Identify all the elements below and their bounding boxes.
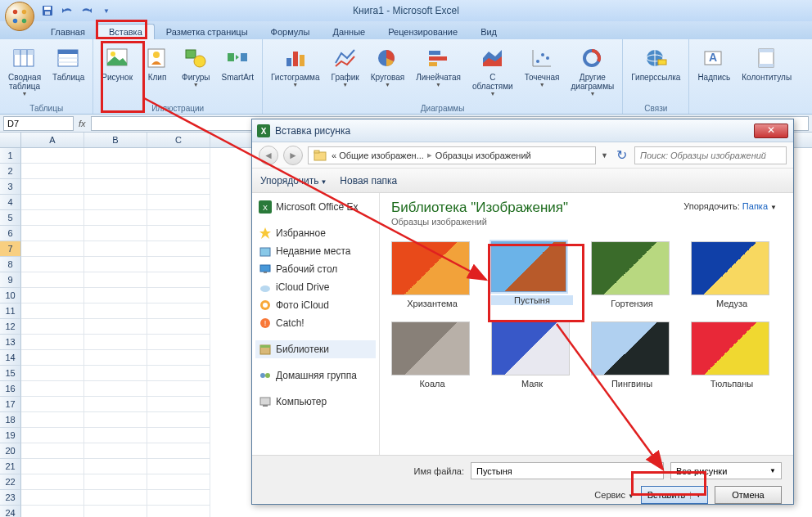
cell[interactable] <box>147 179 210 195</box>
wordart-button[interactable]: W <box>798 42 812 111</box>
cell[interactable] <box>147 257 210 272</box>
row-header[interactable]: 13 <box>0 335 21 350</box>
cell[interactable] <box>21 241 84 257</box>
cell[interactable] <box>21 474 84 490</box>
select-all-corner[interactable] <box>0 133 21 147</box>
cell[interactable] <box>21 195 84 210</box>
tree-item[interactable]: Компьютер <box>255 393 376 411</box>
column-header[interactable]: A <box>21 133 84 147</box>
row-header[interactable]: 5 <box>0 210 21 226</box>
row-header[interactable]: 4 <box>0 195 21 210</box>
cell[interactable] <box>84 257 147 272</box>
file-thumb[interactable]: Медуза <box>691 241 773 308</box>
cell[interactable] <box>147 350 210 366</box>
cell[interactable] <box>147 474 210 490</box>
column-chart-button[interactable]: Гистограмма▼ <box>266 42 325 102</box>
row-header[interactable]: 1 <box>0 148 21 164</box>
cell[interactable] <box>21 412 84 428</box>
breadcrumb[interactable]: « Общие изображен... ▸ Образцы изображен… <box>308 146 596 164</box>
cell[interactable] <box>147 195 210 210</box>
tree-item[interactable]: Рабочий стол <box>255 260 376 278</box>
sort-control[interactable]: Упорядочить: Папка ▼ <box>683 201 777 211</box>
cell[interactable] <box>84 381 147 397</box>
tree-item[interactable]: Избранное <box>255 224 376 242</box>
picture-button[interactable]: Рисунок <box>97 42 138 102</box>
cell[interactable] <box>84 241 147 257</box>
cell[interactable] <box>84 272 147 288</box>
search-input[interactable] <box>634 146 787 164</box>
cell[interactable] <box>21 335 84 350</box>
shapes-button[interactable]: Фигуры▼ <box>177 42 214 102</box>
textbox-button[interactable]: AНадпись <box>692 42 735 111</box>
cell[interactable] <box>84 148 147 164</box>
office-button[interactable] <box>5 2 34 31</box>
row-header[interactable]: 9 <box>0 272 21 288</box>
row-header[interactable]: 19 <box>0 428 21 443</box>
redo-icon[interactable] <box>79 2 95 19</box>
fx-icon[interactable]: fx <box>79 119 86 128</box>
cell[interactable] <box>84 226 147 241</box>
save-icon[interactable] <box>39 2 56 19</box>
cell[interactable] <box>21 179 84 195</box>
cell[interactable] <box>84 474 147 490</box>
cell[interactable] <box>147 335 210 350</box>
file-thumb[interactable]: Коала <box>391 321 473 389</box>
cell[interactable] <box>21 288 84 303</box>
cell[interactable] <box>21 148 84 164</box>
tree-item[interactable]: iCloud Drive <box>255 278 376 296</box>
row-header[interactable]: 2 <box>0 164 21 179</box>
cell[interactable] <box>84 319 147 335</box>
cell[interactable] <box>84 164 147 179</box>
tools-button[interactable]: Сервис ▼ <box>594 490 634 500</box>
tab-data[interactable]: Данные <box>321 25 377 39</box>
cell[interactable] <box>147 412 210 428</box>
hyperlink-button[interactable]: Гиперссылка <box>626 42 685 102</box>
cell[interactable] <box>84 288 147 303</box>
file-thumb[interactable]: Гортензия <box>591 241 673 308</box>
row-header[interactable]: 21 <box>0 459 21 474</box>
cell[interactable] <box>147 459 210 474</box>
tab-view[interactable]: Вид <box>469 25 508 39</box>
cell[interactable] <box>147 272 210 288</box>
cell[interactable] <box>21 350 84 366</box>
other-charts-button[interactable]: Другие диаграммы▼ <box>566 42 620 102</box>
tree-item[interactable]: Фото iCloud <box>255 296 376 314</box>
smartart-button[interactable]: SmartArt <box>217 42 259 102</box>
file-thumb[interactable]: Пустыня <box>491 241 573 308</box>
tab-formulas[interactable]: Формулы <box>259 25 322 39</box>
file-thumb[interactable]: Хризантема <box>391 241 473 308</box>
cell[interactable] <box>147 506 210 517</box>
cell[interactable] <box>21 506 84 517</box>
cell[interactable] <box>84 459 147 474</box>
cell[interactable] <box>84 335 147 350</box>
organize-button[interactable]: Упорядочить▼ <box>260 175 327 187</box>
new-folder-button[interactable]: Новая папка <box>340 175 397 187</box>
file-thumb[interactable]: Пингвины <box>591 321 673 389</box>
qat-dropdown-icon[interactable]: ▼ <box>98 2 115 19</box>
cell[interactable] <box>21 428 84 443</box>
file-thumb[interactable]: Тюльпаны <box>691 321 773 389</box>
area-chart-button[interactable]: С областями▼ <box>467 42 518 102</box>
cell[interactable] <box>147 443 210 459</box>
cell[interactable] <box>147 148 210 164</box>
line-chart-button[interactable]: График▼ <box>327 42 364 102</box>
cell[interactable] <box>84 397 147 412</box>
name-box[interactable] <box>3 116 74 131</box>
cell[interactable] <box>84 428 147 443</box>
cell[interactable] <box>147 164 210 179</box>
cell[interactable] <box>84 303 147 319</box>
cell[interactable] <box>147 210 210 226</box>
cell[interactable] <box>21 366 84 381</box>
insert-button[interactable]: Вставить▼ <box>641 486 708 504</box>
header-footer-button[interactable]: Колонтитулы <box>737 42 796 111</box>
row-header[interactable]: 14 <box>0 350 21 366</box>
tab-insert[interactable]: Вставка <box>97 24 155 39</box>
cell[interactable] <box>21 257 84 272</box>
row-header[interactable]: 7 <box>0 241 21 257</box>
refresh-icon[interactable]: ↻ <box>613 147 629 163</box>
cell[interactable] <box>84 179 147 195</box>
row-header[interactable]: 11 <box>0 303 21 319</box>
tab-review[interactable]: Рецензирование <box>377 25 469 39</box>
tree-item[interactable]: Библиотеки <box>255 340 376 358</box>
undo-icon[interactable] <box>59 2 75 19</box>
